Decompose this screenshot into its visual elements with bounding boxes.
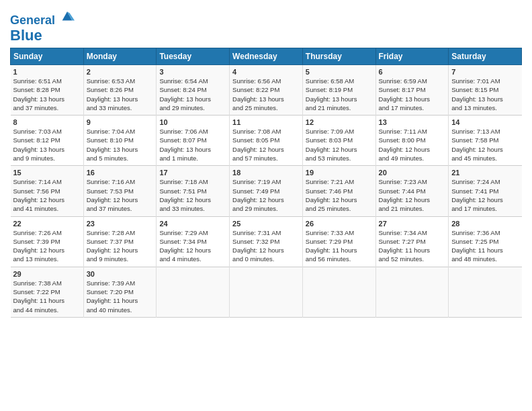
cell-content: Sunrise: 7:14 AMSunset: 7:56 PMDaylight:… <box>13 177 81 213</box>
calendar-cell: 10Sunrise: 7:06 AMSunset: 8:07 PMDayligh… <box>157 116 230 166</box>
cell-content: Sunrise: 6:58 AMSunset: 8:19 PMDaylight:… <box>306 77 373 112</box>
day-number: 5 <box>306 68 373 76</box>
day-number: 30 <box>87 270 154 278</box>
col-header-friday: Friday <box>375 48 449 64</box>
day-number: 25 <box>232 220 300 228</box>
calendar-cell: 3Sunrise: 6:54 AMSunset: 8:24 PMDaylight… <box>157 64 230 115</box>
calendar-cell: 24Sunrise: 7:29 AMSunset: 7:34 PMDayligh… <box>157 216 230 267</box>
calendar-cell <box>375 267 449 317</box>
calendar-cell: 4Sunrise: 6:56 AMSunset: 8:22 PMDaylight… <box>230 64 303 115</box>
calendar-cell: 21Sunrise: 7:24 AMSunset: 7:41 PMDayligh… <box>449 166 522 216</box>
calendar-cell <box>449 267 522 317</box>
cell-content: Sunrise: 6:53 AMSunset: 8:26 PMDaylight:… <box>87 77 154 112</box>
day-number: 14 <box>451 118 519 126</box>
cell-content: Sunrise: 7:18 AMSunset: 7:51 PMDaylight:… <box>159 177 226 213</box>
cell-content: Sunrise: 7:03 AMSunset: 8:12 PMDaylight:… <box>13 127 81 163</box>
day-number: 6 <box>379 68 446 76</box>
cell-content: Sunrise: 6:59 AMSunset: 8:17 PMDaylight:… <box>379 77 446 112</box>
cell-content: Sunrise: 7:23 AMSunset: 7:44 PMDaylight:… <box>379 177 446 213</box>
day-number: 16 <box>87 169 154 177</box>
day-number: 26 <box>306 220 373 228</box>
cell-content: Sunrise: 7:06 AMSunset: 8:07 PMDaylight:… <box>159 127 226 163</box>
day-number: 24 <box>159 220 226 228</box>
day-number: 18 <box>232 169 300 177</box>
col-header-monday: Monday <box>83 48 157 64</box>
calendar-cell: 7Sunrise: 7:01 AMSunset: 8:15 PMDaylight… <box>449 64 522 115</box>
calendar-cell: 22Sunrise: 7:26 AMSunset: 7:39 PMDayligh… <box>11 216 84 267</box>
cell-content: Sunrise: 7:11 AMSunset: 8:00 PMDaylight:… <box>379 127 446 163</box>
cell-content: Sunrise: 6:56 AMSunset: 8:22 PMDaylight:… <box>232 77 300 112</box>
calendar-cell: 19Sunrise: 7:21 AMSunset: 7:46 PMDayligh… <box>302 166 375 216</box>
calendar-cell: 25Sunrise: 7:31 AMSunset: 7:32 PMDayligh… <box>230 216 303 267</box>
cell-content: Sunrise: 7:24 AMSunset: 7:41 PMDaylight:… <box>451 177 519 213</box>
week-row-3: 15Sunrise: 7:14 AMSunset: 7:56 PMDayligh… <box>11 166 522 216</box>
cell-content: Sunrise: 7:38 AMSunset: 7:22 PMDaylight:… <box>13 279 81 314</box>
calendar-cell <box>302 267 375 317</box>
cell-content: Sunrise: 7:28 AMSunset: 7:37 PMDaylight:… <box>87 228 154 264</box>
cell-content: Sunrise: 7:29 AMSunset: 7:34 PMDaylight:… <box>159 228 226 264</box>
cell-content: Sunrise: 7:19 AMSunset: 7:49 PMDaylight:… <box>232 177 300 213</box>
day-number: 17 <box>159 169 226 177</box>
day-number: 2 <box>87 68 154 76</box>
header: General Blue <box>10 7 522 44</box>
cell-content: Sunrise: 6:51 AMSunset: 8:28 PMDaylight:… <box>13 77 81 112</box>
cell-content: Sunrise: 7:04 AMSunset: 8:10 PMDaylight:… <box>87 127 154 163</box>
cell-content: Sunrise: 7:31 AMSunset: 7:32 PMDaylight:… <box>232 228 300 264</box>
day-number: 23 <box>87 220 154 228</box>
calendar-cell: 16Sunrise: 7:16 AMSunset: 7:53 PMDayligh… <box>83 166 157 216</box>
cell-content: Sunrise: 7:33 AMSunset: 7:29 PMDaylight:… <box>306 228 373 264</box>
day-number: 11 <box>232 118 300 126</box>
cell-content: Sunrise: 7:01 AMSunset: 8:15 PMDaylight:… <box>451 77 519 112</box>
day-number: 20 <box>379 169 446 177</box>
day-number: 28 <box>451 220 519 228</box>
calendar-cell: 27Sunrise: 7:34 AMSunset: 7:27 PMDayligh… <box>375 216 449 267</box>
logo-text: General <box>10 9 75 28</box>
calendar-cell: 12Sunrise: 7:09 AMSunset: 8:03 PMDayligh… <box>302 116 375 166</box>
calendar-cell: 28Sunrise: 7:36 AMSunset: 7:25 PMDayligh… <box>449 216 522 267</box>
day-number: 19 <box>306 169 373 177</box>
cell-content: Sunrise: 6:54 AMSunset: 8:24 PMDaylight:… <box>159 77 226 112</box>
header-row: SundayMondayTuesdayWednesdayThursdayFrid… <box>11 48 522 64</box>
calendar-cell <box>157 267 230 317</box>
cell-content: Sunrise: 7:26 AMSunset: 7:39 PMDaylight:… <box>13 228 81 264</box>
calendar-cell: 9Sunrise: 7:04 AMSunset: 8:10 PMDaylight… <box>83 116 157 166</box>
cell-content: Sunrise: 7:09 AMSunset: 8:03 PMDaylight:… <box>306 127 373 163</box>
cell-content: Sunrise: 7:08 AMSunset: 8:05 PMDaylight:… <box>232 127 300 163</box>
day-number: 10 <box>159 118 226 126</box>
calendar-cell: 6Sunrise: 6:59 AMSunset: 8:17 PMDaylight… <box>375 64 449 115</box>
calendar-cell: 15Sunrise: 7:14 AMSunset: 7:56 PMDayligh… <box>11 166 84 216</box>
calendar-cell: 20Sunrise: 7:23 AMSunset: 7:44 PMDayligh… <box>375 166 449 216</box>
logo-icon <box>60 9 75 24</box>
cell-content: Sunrise: 7:16 AMSunset: 7:53 PMDaylight:… <box>87 177 154 213</box>
calendar-cell: 30Sunrise: 7:39 AMSunset: 7:20 PMDayligh… <box>83 267 157 317</box>
col-header-tuesday: Tuesday <box>157 48 230 64</box>
day-number: 4 <box>232 68 300 76</box>
day-number: 1 <box>13 68 81 76</box>
calendar-cell: 26Sunrise: 7:33 AMSunset: 7:29 PMDayligh… <box>302 216 375 267</box>
week-row-4: 22Sunrise: 7:26 AMSunset: 7:39 PMDayligh… <box>11 216 522 267</box>
calendar-cell: 18Sunrise: 7:19 AMSunset: 7:49 PMDayligh… <box>230 166 303 216</box>
cell-content: Sunrise: 7:13 AMSunset: 7:58 PMDaylight:… <box>451 127 519 163</box>
day-number: 9 <box>87 118 154 126</box>
calendar-cell: 2Sunrise: 6:53 AMSunset: 8:26 PMDaylight… <box>83 64 157 115</box>
day-number: 21 <box>451 169 519 177</box>
calendar-cell: 13Sunrise: 7:11 AMSunset: 8:00 PMDayligh… <box>375 116 449 166</box>
calendar-cell: 14Sunrise: 7:13 AMSunset: 7:58 PMDayligh… <box>449 116 522 166</box>
calendar-cell: 29Sunrise: 7:38 AMSunset: 7:22 PMDayligh… <box>11 267 84 317</box>
logo-blue-text: Blue <box>10 28 75 44</box>
calendar-cell: 8Sunrise: 7:03 AMSunset: 8:12 PMDaylight… <box>11 116 84 166</box>
cell-content: Sunrise: 7:21 AMSunset: 7:46 PMDaylight:… <box>306 177 373 213</box>
calendar-cell: 11Sunrise: 7:08 AMSunset: 8:05 PMDayligh… <box>230 116 303 166</box>
col-header-wednesday: Wednesday <box>230 48 303 64</box>
cell-content: Sunrise: 7:34 AMSunset: 7:27 PMDaylight:… <box>379 228 446 264</box>
logo-general: General <box>10 13 55 27</box>
col-header-saturday: Saturday <box>449 48 522 64</box>
calendar-cell: 1Sunrise: 6:51 AMSunset: 8:28 PMDaylight… <box>11 64 84 115</box>
col-header-thursday: Thursday <box>302 48 375 64</box>
calendar-table: SundayMondayTuesdayWednesdayThursdayFrid… <box>10 48 522 318</box>
page-container: General Blue SundayMondayTuesdayWednesda… <box>0 0 532 324</box>
calendar-cell: 5Sunrise: 6:58 AMSunset: 8:19 PMDaylight… <box>302 64 375 115</box>
calendar-cell: 23Sunrise: 7:28 AMSunset: 7:37 PMDayligh… <box>83 216 157 267</box>
calendar-cell <box>230 267 303 317</box>
logo: General Blue <box>10 9 75 44</box>
